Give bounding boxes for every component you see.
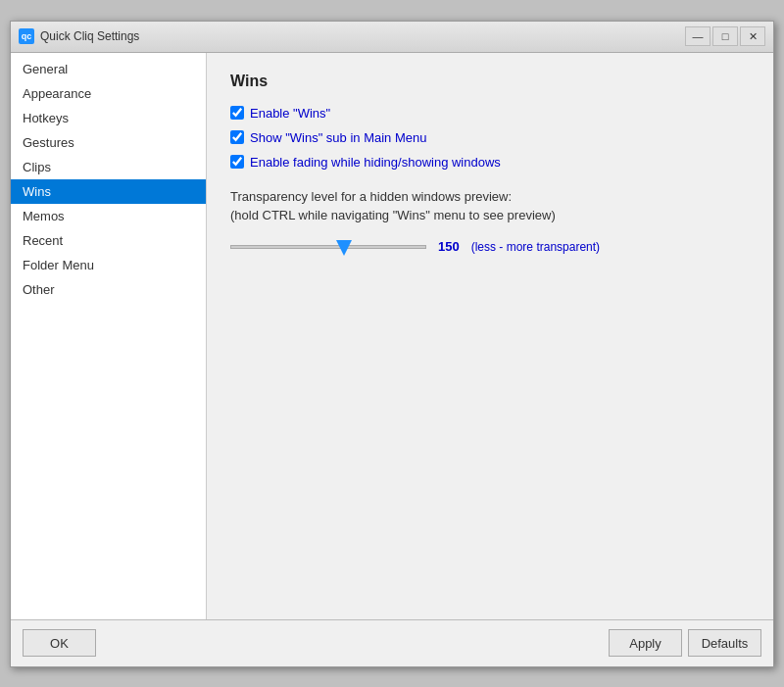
ok-button[interactable]: OK — [23, 629, 96, 657]
checkboxes-container: Enable "Wins" Show "Wins" sub in Main Me… — [230, 106, 750, 170]
show-wins-sub-label[interactable]: Show "Wins" sub in Main Menu — [250, 130, 426, 145]
app-icon: qc — [19, 28, 34, 44]
enable-fading-checkbox[interactable] — [230, 155, 244, 169]
apply-button[interactable]: Apply — [609, 629, 682, 657]
sidebar-item-other[interactable]: Other — [11, 277, 206, 302]
title-bar-left: qc Quick Cliq Settings — [19, 28, 139, 44]
checkbox-row-0: Enable "Wins" — [230, 106, 750, 121]
sidebar-item-general[interactable]: General — [11, 57, 206, 81]
content-area: GeneralAppearanceHotkeysGesturesClipsWin… — [11, 53, 773, 619]
minimize-button[interactable]: — — [685, 26, 710, 46]
sidebar-item-recent[interactable]: Recent — [11, 228, 206, 253]
sidebar-item-appearance[interactable]: Appearance — [11, 81, 206, 106]
sidebar-item-gestures[interactable]: Gestures — [11, 130, 206, 155]
defaults-button[interactable]: Defaults — [688, 629, 761, 657]
slider-row: 150 (less - more transparent) — [230, 237, 750, 257]
checkbox-row-2: Enable fading while hiding/showing windo… — [230, 155, 750, 170]
panel-title: Wins — [230, 73, 750, 90]
title-bar: qc Quick Cliq Settings — □ ✕ — [11, 22, 773, 53]
main-window: qc Quick Cliq Settings — □ ✕ GeneralAppe… — [10, 21, 774, 667]
title-bar-controls: — □ ✕ — [685, 26, 765, 46]
sidebar-item-memos[interactable]: Memos — [11, 204, 206, 228]
transparency-slider[interactable] — [230, 237, 426, 257]
sidebar-item-wins[interactable]: Wins — [11, 179, 206, 204]
bottom-bar: OK Apply Defaults — [11, 619, 773, 666]
sidebar-item-hotkeys[interactable]: Hotkeys — [11, 106, 206, 130]
transparency-section: Transparency level for a hidden windows … — [230, 187, 750, 257]
transparency-hint: (less - more transparent) — [471, 240, 600, 254]
show-wins-sub-checkbox[interactable] — [230, 130, 244, 144]
enable-fading-label[interactable]: Enable fading while hiding/showing windo… — [250, 155, 501, 170]
transparency-line1: Transparency level for a hidden windows … — [230, 187, 750, 225]
maximize-button[interactable]: □ — [712, 26, 738, 46]
checkbox-row-1: Show "Wins" sub in Main Menu — [230, 130, 750, 145]
sidebar-item-folder-menu[interactable]: Folder Menu — [11, 253, 206, 277]
transparency-value: 150 — [438, 239, 460, 254]
enable-wins-label[interactable]: Enable "Wins" — [250, 106, 330, 121]
right-buttons: Apply Defaults — [609, 629, 761, 657]
main-panel: Wins Enable "Wins" Show "Wins" sub in Ma… — [207, 53, 773, 619]
enable-wins-checkbox[interactable] — [230, 106, 244, 120]
close-button[interactable]: ✕ — [740, 26, 765, 46]
window-title: Quick Cliq Settings — [40, 29, 139, 43]
sidebar: GeneralAppearanceHotkeysGesturesClipsWin… — [11, 53, 207, 619]
sidebar-item-clips[interactable]: Clips — [11, 155, 206, 179]
